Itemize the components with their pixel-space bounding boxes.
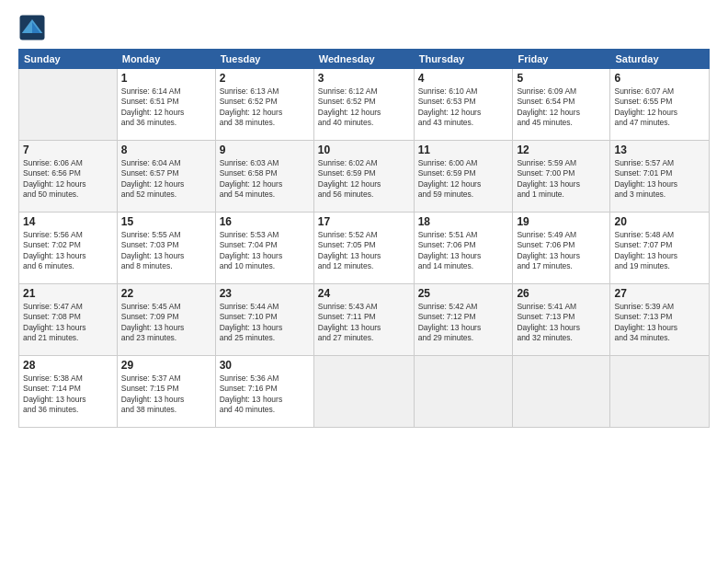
calendar-cell: 23Sunrise: 5:44 AM Sunset: 7:10 PM Dayli… xyxy=(215,284,313,356)
day-info: Sunrise: 6:04 AM Sunset: 6:57 PM Dayligh… xyxy=(121,158,211,201)
day-info: Sunrise: 5:53 AM Sunset: 7:04 PM Dayligh… xyxy=(220,230,310,272)
day-number: 5 xyxy=(517,72,606,85)
day-number: 25 xyxy=(418,287,509,300)
weekday-header: Monday xyxy=(117,50,215,69)
calendar-cell xyxy=(513,356,610,428)
day-info: Sunrise: 5:55 AM Sunset: 7:03 PM Dayligh… xyxy=(121,230,211,272)
day-number: 11 xyxy=(418,144,509,156)
calendar-cell: 15Sunrise: 5:55 AM Sunset: 7:03 PM Dayli… xyxy=(117,213,215,284)
day-number: 4 xyxy=(418,72,509,85)
day-number: 29 xyxy=(121,359,211,372)
day-number: 1 xyxy=(121,72,211,85)
calendar-cell: 9Sunrise: 6:03 AM Sunset: 6:58 PM Daylig… xyxy=(215,141,313,213)
day-number: 22 xyxy=(121,287,211,300)
day-info: Sunrise: 5:45 AM Sunset: 7:09 PM Dayligh… xyxy=(121,302,211,344)
calendar-cell: 20Sunrise: 5:48 AM Sunset: 7:07 PM Dayli… xyxy=(610,213,710,284)
day-info: Sunrise: 5:59 AM Sunset: 7:00 PM Dayligh… xyxy=(517,158,606,201)
day-info: Sunrise: 5:57 AM Sunset: 7:01 PM Dayligh… xyxy=(614,158,705,201)
calendar-cell: 4Sunrise: 6:10 AM Sunset: 6:53 PM Daylig… xyxy=(414,69,513,141)
day-number: 18 xyxy=(418,215,509,228)
calendar-cell: 13Sunrise: 5:57 AM Sunset: 7:01 PM Dayli… xyxy=(610,141,710,213)
day-info: Sunrise: 6:02 AM Sunset: 6:59 PM Dayligh… xyxy=(318,158,410,201)
day-info: Sunrise: 6:09 AM Sunset: 6:54 PM Dayligh… xyxy=(517,86,606,129)
day-info: Sunrise: 5:51 AM Sunset: 7:06 PM Dayligh… xyxy=(418,230,509,272)
calendar-cell: 17Sunrise: 5:52 AM Sunset: 7:05 PM Dayli… xyxy=(313,213,414,284)
day-number: 2 xyxy=(220,72,310,85)
day-info: Sunrise: 5:49 AM Sunset: 7:06 PM Dayligh… xyxy=(517,230,606,272)
calendar-cell: 25Sunrise: 5:42 AM Sunset: 7:12 PM Dayli… xyxy=(414,284,513,356)
day-number: 3 xyxy=(318,72,410,85)
day-info: Sunrise: 5:39 AM Sunset: 7:13 PM Dayligh… xyxy=(614,302,705,344)
day-info: Sunrise: 5:47 AM Sunset: 7:08 PM Dayligh… xyxy=(23,302,113,344)
calendar-cell: 1Sunrise: 6:14 AM Sunset: 6:51 PM Daylig… xyxy=(117,69,215,141)
day-info: Sunrise: 6:10 AM Sunset: 6:53 PM Dayligh… xyxy=(418,86,509,129)
day-info: Sunrise: 5:42 AM Sunset: 7:12 PM Dayligh… xyxy=(418,302,509,344)
calendar-cell: 27Sunrise: 5:39 AM Sunset: 7:13 PM Dayli… xyxy=(610,284,710,356)
day-info: Sunrise: 5:52 AM Sunset: 7:05 PM Dayligh… xyxy=(318,230,410,272)
calendar-cell: 29Sunrise: 5:37 AM Sunset: 7:15 PM Dayli… xyxy=(117,356,215,428)
day-info: Sunrise: 6:03 AM Sunset: 6:58 PM Dayligh… xyxy=(220,158,310,201)
calendar-cell: 24Sunrise: 5:43 AM Sunset: 7:11 PM Dayli… xyxy=(313,284,414,356)
calendar-cell: 11Sunrise: 6:00 AM Sunset: 6:59 PM Dayli… xyxy=(414,141,513,213)
day-info: Sunrise: 6:06 AM Sunset: 6:56 PM Dayligh… xyxy=(23,158,113,201)
calendar-cell: 7Sunrise: 6:06 AM Sunset: 6:56 PM Daylig… xyxy=(19,141,118,213)
calendar-cell: 6Sunrise: 6:07 AM Sunset: 6:55 PM Daylig… xyxy=(610,69,710,141)
day-info: Sunrise: 5:43 AM Sunset: 7:11 PM Dayligh… xyxy=(318,302,410,344)
calendar-cell xyxy=(414,356,513,428)
day-number: 21 xyxy=(23,287,113,300)
day-number: 27 xyxy=(614,287,705,300)
weekday-header-row: SundayMondayTuesdayWednesdayThursdayFrid… xyxy=(19,50,710,69)
day-info: Sunrise: 5:44 AM Sunset: 7:10 PM Dayligh… xyxy=(220,302,310,344)
calendar-cell: 21Sunrise: 5:47 AM Sunset: 7:08 PM Dayli… xyxy=(19,284,118,356)
calendar-cell: 14Sunrise: 5:56 AM Sunset: 7:02 PM Dayli… xyxy=(19,213,118,284)
day-info: Sunrise: 5:37 AM Sunset: 7:15 PM Dayligh… xyxy=(121,373,211,416)
day-number: 23 xyxy=(220,287,310,300)
day-number: 6 xyxy=(614,72,705,85)
weekday-header: Wednesday xyxy=(313,50,414,69)
calendar-cell: 8Sunrise: 6:04 AM Sunset: 6:57 PM Daylig… xyxy=(117,141,215,213)
day-number: 16 xyxy=(220,215,310,228)
calendar-week-row: 7Sunrise: 6:06 AM Sunset: 6:56 PM Daylig… xyxy=(19,141,710,213)
day-number: 24 xyxy=(318,287,410,300)
day-info: Sunrise: 5:36 AM Sunset: 7:16 PM Dayligh… xyxy=(220,373,310,416)
calendar-cell: 12Sunrise: 5:59 AM Sunset: 7:00 PM Dayli… xyxy=(513,141,610,213)
day-number: 7 xyxy=(23,144,113,156)
day-number: 8 xyxy=(121,144,211,156)
weekday-header: Friday xyxy=(513,50,610,69)
day-info: Sunrise: 5:38 AM Sunset: 7:14 PM Dayligh… xyxy=(23,373,113,416)
day-info: Sunrise: 5:48 AM Sunset: 7:07 PM Dayligh… xyxy=(614,230,705,272)
calendar-week-row: 28Sunrise: 5:38 AM Sunset: 7:14 PM Dayli… xyxy=(19,356,710,428)
calendar-week-row: 21Sunrise: 5:47 AM Sunset: 7:08 PM Dayli… xyxy=(19,284,710,356)
calendar-week-row: 1Sunrise: 6:14 AM Sunset: 6:51 PM Daylig… xyxy=(19,69,710,141)
day-number: 28 xyxy=(23,359,113,372)
calendar-cell xyxy=(19,69,118,141)
day-info: Sunrise: 5:56 AM Sunset: 7:02 PM Dayligh… xyxy=(23,230,113,272)
day-number: 17 xyxy=(318,215,410,228)
calendar-cell: 3Sunrise: 6:12 AM Sunset: 6:52 PM Daylig… xyxy=(313,69,414,141)
calendar: SundayMondayTuesdayWednesdayThursdayFrid… xyxy=(18,49,710,428)
header xyxy=(18,14,710,41)
calendar-cell: 16Sunrise: 5:53 AM Sunset: 7:04 PM Dayli… xyxy=(215,213,313,284)
day-number: 15 xyxy=(121,215,211,228)
calendar-week-row: 14Sunrise: 5:56 AM Sunset: 7:02 PM Dayli… xyxy=(19,213,710,284)
day-number: 14 xyxy=(23,215,113,228)
day-info: Sunrise: 6:12 AM Sunset: 6:52 PM Dayligh… xyxy=(318,86,410,129)
day-number: 9 xyxy=(220,144,310,156)
logo-icon xyxy=(18,14,46,41)
logo xyxy=(18,14,48,41)
day-number: 10 xyxy=(318,144,410,156)
day-number: 30 xyxy=(220,359,310,372)
day-info: Sunrise: 6:07 AM Sunset: 6:55 PM Dayligh… xyxy=(614,86,705,129)
weekday-header: Thursday xyxy=(414,50,513,69)
day-number: 20 xyxy=(614,215,705,228)
calendar-cell: 10Sunrise: 6:02 AM Sunset: 6:59 PM Dayli… xyxy=(313,141,414,213)
calendar-cell: 26Sunrise: 5:41 AM Sunset: 7:13 PM Dayli… xyxy=(513,284,610,356)
day-number: 19 xyxy=(517,215,606,228)
calendar-cell xyxy=(610,356,710,428)
calendar-cell: 22Sunrise: 5:45 AM Sunset: 7:09 PM Dayli… xyxy=(117,284,215,356)
day-info: Sunrise: 6:14 AM Sunset: 6:51 PM Dayligh… xyxy=(121,86,211,129)
weekday-header: Sunday xyxy=(19,50,118,69)
day-number: 13 xyxy=(614,144,705,156)
day-info: Sunrise: 6:13 AM Sunset: 6:52 PM Dayligh… xyxy=(220,86,310,129)
calendar-cell: 30Sunrise: 5:36 AM Sunset: 7:16 PM Dayli… xyxy=(215,356,313,428)
